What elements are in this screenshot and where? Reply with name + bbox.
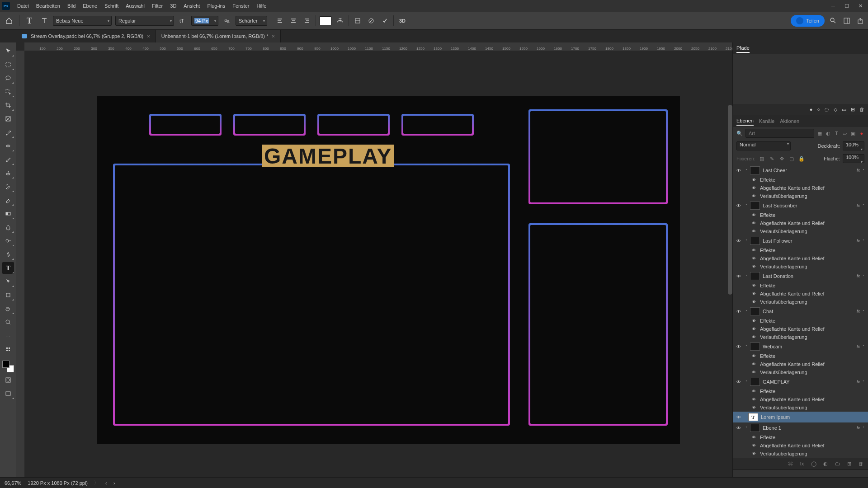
expand-toggle[interactable]: ˅ [745,274,747,278]
fx-badge[interactable]: fx [857,203,860,208]
layer-group-icon[interactable]: 🗀 [834,460,841,467]
expand-toggle[interactable]: ˅ [745,345,747,349]
fx-expand[interactable]: ˅ [863,426,864,430]
eyedropper-tool[interactable] [2,127,14,138]
layer-row[interactable]: 👁˅Last Donationfx˅ [733,271,868,282]
fx-badge[interactable]: fx [857,426,860,430]
lasso-tool[interactable] [2,72,14,84]
brush-tool[interactable] [2,154,14,165]
quick-mask-toggle[interactable] [2,374,14,386]
home-button[interactable] [3,14,15,27]
opacity-dropdown[interactable]: 100% [843,141,864,150]
effect-group[interactable]: 👁Effekte [733,317,868,325]
clone-stamp-tool[interactable] [2,167,14,179]
quick-select-tool[interactable] [2,86,14,98]
fx-expand[interactable]: ˅ [863,274,864,278]
filter-type-icon[interactable]: T [834,130,840,137]
effect-item[interactable]: 👁Abgeflachte Kante und Relief [733,184,868,192]
hand-tool[interactable] [2,303,14,314]
expand-toggle[interactable]: ˅ [745,310,747,314]
layer-style-icon[interactable]: fx [798,460,806,467]
effect-item[interactable]: 👁Abgeflachte Kante und Relief [733,360,868,368]
effect-item[interactable]: 👁Abgeflachte Kante und Relief [733,395,868,404]
crop-tool[interactable] [2,99,14,111]
effect-group[interactable]: 👁Effekte [733,282,868,290]
fx-badge[interactable]: fx [857,380,860,384]
edit-toolbar[interactable] [2,343,14,355]
text-layer-editing[interactable]: GAMEPLAY [262,145,394,167]
history-brush-tool[interactable] [2,181,14,192]
effect-item[interactable]: 👁Abgeflachte Kante und Relief [733,290,868,298]
gradient-tool[interactable] [2,208,14,220]
effect-item[interactable]: 👁Abgeflachte Kante und Relief [733,254,868,263]
menu-bearbeiten[interactable]: Bearbeiten [33,1,64,10]
fx-expand[interactable]: ˅ [863,345,864,349]
horizontal-ruler[interactable]: 1502002503003504004505005506006507007508… [24,42,732,51]
fx-expand[interactable]: ˅ [863,310,864,314]
cancel-edit-button[interactable] [366,16,376,26]
layer-row[interactable]: 👁˅Chatfx˅ [733,306,868,317]
visibility-toggle[interactable]: 👁 [736,239,743,244]
channels-tab[interactable]: Kanäle [759,117,774,125]
effect-group[interactable]: 👁Effekte [733,176,868,184]
path-select-tool[interactable] [2,276,14,287]
menu-plugins[interactable]: Plug-ins [203,1,229,10]
fill-dropdown[interactable]: 100% [843,154,864,163]
menu-ebene[interactable]: Ebene [79,1,101,10]
menu-datei[interactable]: Datei [14,1,33,10]
commit-edit-button[interactable] [380,16,390,26]
visibility-toggle[interactable]: 👁 [736,415,743,420]
fx-badge[interactable]: fx [857,168,860,173]
filter-adjust-icon[interactable]: ◐ [826,130,831,137]
healing-tool[interactable] [2,140,14,152]
font-size-dropdown[interactable]: 94 Px [191,16,218,26]
menu-hilfe[interactable]: Hilfe [253,1,270,10]
status-scroll-left[interactable]: ‹ [105,480,107,486]
type-tool[interactable]: T [2,262,14,274]
visibility-toggle[interactable]: 👁 [736,274,743,279]
shape-tool[interactable] [2,289,14,301]
blur-tool[interactable] [2,221,14,233]
status-scroll-right[interactable]: › [113,480,115,486]
text-orientation-toggle[interactable] [39,16,49,26]
dodge-tool[interactable] [2,235,14,247]
adjustment-layer-icon[interactable]: ◐ [822,460,829,467]
search-button[interactable] [828,16,838,26]
effect-item[interactable]: 👁Verlaufsüberlagerung [733,298,868,306]
document-info[interactable]: 1920 Px x 1080 Px (72 ppi) [28,480,88,486]
filter-pixel-icon[interactable]: ▦ [817,130,823,137]
layer-row[interactable]: 👁˅Last Subscriberfx˅ [733,200,868,211]
layer-search-input[interactable] [745,129,814,138]
path-from-selection-icon[interactable]: ◇ [834,107,837,113]
fx-expand[interactable]: ˅ [863,204,864,208]
filter-shape-icon[interactable]: ▱ [842,130,848,137]
vertical-ruler[interactable] [16,51,24,477]
share-button[interactable]: Teilen [791,15,825,27]
more-tools[interactable]: ··· [2,330,14,342]
new-path-icon[interactable]: ⊞ [851,107,855,113]
visibility-toggle[interactable]: 👁 [736,168,743,173]
fx-expand[interactable]: ˅ [863,380,864,384]
expand-toggle[interactable]: ˅ [745,426,747,430]
effect-item[interactable]: 👁Verlaufsüberlagerung [733,404,868,412]
stroke-path-icon[interactable]: ○ [817,107,820,112]
warp-text-button[interactable]: T [335,16,345,26]
blend-mode-dropdown[interactable]: Normal [736,141,791,150]
menu-fenster[interactable]: Fenster [229,1,253,10]
frame-tool[interactable] [2,113,14,125]
canvas-viewport[interactable]: GAMEPLAY [24,51,732,477]
visibility-toggle[interactable]: 👁 [736,344,743,349]
filter-smart-icon[interactable]: ▣ [850,130,856,137]
expand-toggle[interactable]: ˅ [745,380,747,384]
effect-item[interactable]: 👁Verlaufsüberlagerung [733,192,868,200]
layers-tab[interactable]: Ebenen [736,117,754,126]
window-minimize[interactable]: ─ [827,2,839,10]
menu-auswahl[interactable]: Auswahl [122,1,148,10]
menu-schrift[interactable]: Schrift [101,1,122,10]
close-tab-1[interactable]: × [147,33,150,39]
layer-row[interactable]: 👁˅Webcamfx˅ [733,341,868,352]
align-center-button[interactable] [288,16,298,26]
visibility-toggle[interactable]: 👁 [736,426,743,431]
layer-filter-icon[interactable]: 🔍 [736,130,743,137]
fx-badge[interactable]: fx [857,239,860,243]
